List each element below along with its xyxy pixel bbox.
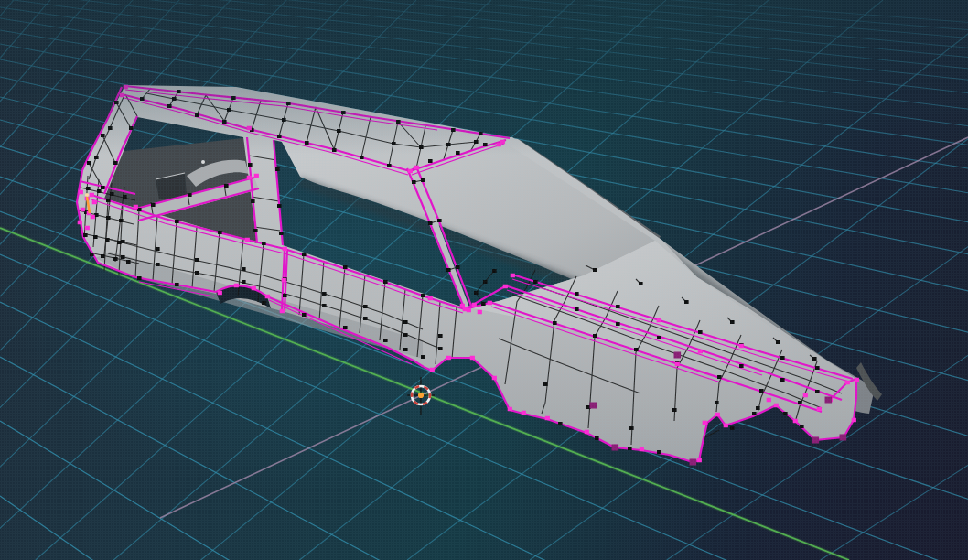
- car-mesh[interactable]: [77, 85, 882, 462]
- car-near-half: [77, 85, 856, 462]
- cursor-3d[interactable]: [407, 377, 435, 415]
- viewport-3d[interactable]: [0, 0, 968, 560]
